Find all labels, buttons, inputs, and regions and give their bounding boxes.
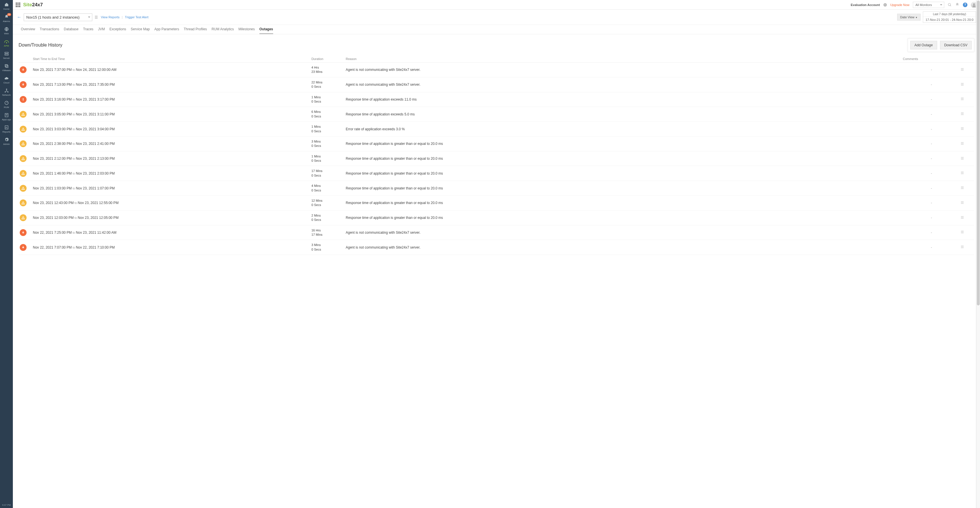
view-reports-link[interactable]: View Reports [101, 16, 119, 19]
status-trouble-icon [20, 111, 27, 118]
svg-rect-20 [961, 83, 963, 83]
sidebar-item-rum[interactable]: RUM [0, 98, 13, 111]
duration: 22 Mins0 Secs [312, 80, 346, 89]
date-view-button[interactable]: Date View ▼ [897, 14, 921, 21]
svg-rect-36 [961, 128, 963, 129]
row-menu-icon[interactable] [960, 156, 964, 161]
tab-database[interactable]: Database [64, 27, 78, 34]
duration: 6 Mins0 Secs [312, 110, 346, 119]
col-duration: Duration [312, 57, 346, 61]
row-menu-icon[interactable] [960, 142, 964, 146]
tab-jvm[interactable]: JVM [98, 27, 105, 34]
download-csv-button[interactable]: Download CSV [940, 41, 972, 49]
duration: 17 Mins0 Secs [312, 169, 346, 178]
tab-traces[interactable]: Traces [83, 27, 94, 34]
add-outage-button[interactable]: Add Outage [910, 41, 937, 49]
page-title: Down/Trouble History [19, 43, 62, 48]
svg-point-34 [23, 130, 23, 130]
back-arrow-icon[interactable]: ← [17, 14, 21, 20]
notification-bell-icon[interactable] [955, 3, 959, 7]
row-menu-icon[interactable] [960, 186, 964, 191]
time-range: Nov 23, 2021 2:12:00 PMtoNov 23, 2021 2:… [33, 156, 312, 161]
svg-line-15 [950, 5, 951, 6]
sidebar-item-apm[interactable]: APM [0, 37, 13, 49]
row-menu-icon[interactable] [960, 230, 964, 235]
svg-point-39 [23, 145, 23, 145]
comments: - [903, 142, 960, 146]
sidebar-item-reports[interactable]: Reports [0, 123, 13, 135]
row-menu-icon[interactable] [960, 171, 964, 176]
tabs: OverviewTransactionsDatabaseTracesJVMExc… [13, 25, 980, 34]
sidebar-item-vmware[interactable]: VMware [0, 61, 13, 74]
host-select[interactable]: Nov15 (1 hosts and 2 instances) [24, 13, 92, 21]
status-trouble-icon [20, 155, 27, 162]
svg-rect-55 [961, 186, 963, 187]
row-menu-icon[interactable] [960, 127, 964, 131]
tab-thread-profiles[interactable]: Thread Profiles [184, 27, 207, 34]
time-range: Nov 22, 2021 7:25:00 PMtoNov 23, 2021 11… [33, 231, 312, 234]
layers-icon [4, 64, 9, 68]
sidebar-item-web[interactable]: Web [0, 25, 13, 37]
sidebar-item-server[interactable]: Server [0, 49, 13, 61]
date-range-selector[interactable]: Last 7 days (till yesterday) 17-Nov-21 2… [923, 11, 976, 23]
apps-grid-icon[interactable] [16, 3, 20, 7]
col-time: Start Time to End Time [33, 57, 312, 61]
reason: Agent is not communicating with Site24x7… [346, 245, 903, 249]
trigger-test-alert-link[interactable]: Trigger Test Alert [125, 16, 149, 19]
svg-point-7 [8, 91, 8, 92]
scrollbar[interactable] [976, 0, 980, 508]
reason: Response time of application is greater … [346, 172, 903, 175]
svg-rect-42 [961, 144, 963, 145]
sidebar-item-alarms[interactable]: Alarms50 [0, 12, 13, 25]
row-menu-icon[interactable] [960, 245, 964, 250]
svg-rect-35 [961, 127, 963, 128]
table-row: Nov 22, 2021 7:07:00 PMtoNov 22, 2021 7:… [19, 240, 974, 255]
reason: Response time of application is greater … [346, 142, 903, 146]
status-critical-icon [20, 96, 27, 103]
time-range: Nov 23, 2021 1:46:00 PMtoNov 23, 2021 2:… [33, 172, 312, 175]
globe-icon [4, 27, 9, 32]
tab-milestones[interactable]: Milestones [238, 27, 255, 34]
svg-rect-70 [961, 233, 963, 233]
svg-rect-56 [961, 188, 963, 188]
help-icon[interactable]: ? [963, 3, 967, 7]
row-menu-icon[interactable] [960, 215, 964, 220]
sidebar-item-home[interactable]: Home [0, 0, 13, 12]
tab-transactions[interactable]: Transactions [40, 27, 59, 34]
row-menu-icon[interactable] [960, 112, 964, 116]
row-menu-icon[interactable] [960, 201, 964, 205]
comments: - [903, 245, 960, 249]
sidebar-item-cloud[interactable]: Cloud [0, 74, 13, 86]
svg-rect-73 [961, 248, 963, 248]
monitor-filter-select[interactable]: All Monitors [913, 2, 944, 8]
tab-overview[interactable]: Overview [21, 27, 35, 34]
gear-icon [4, 137, 9, 142]
table-row: Nov 23, 2021 3:16:00 PMtoNov 23, 2021 3:… [19, 92, 974, 107]
reason: Response time of application is greater … [346, 156, 903, 161]
svg-rect-45 [961, 157, 963, 157]
tab-app-parameters[interactable]: App Parameters [154, 27, 179, 34]
row-menu-icon[interactable] [960, 82, 964, 87]
tab-service-map[interactable]: Service Map [131, 27, 150, 34]
reason: Response time of application is greater … [346, 186, 903, 190]
tab-exceptions[interactable]: Exceptions [110, 27, 126, 34]
svg-rect-60 [961, 201, 963, 202]
comments: - [903, 172, 960, 175]
table-row: Nov 22, 2021 7:25:00 PMtoNov 23, 2021 11… [19, 225, 974, 240]
upgrade-link[interactable]: Upgrade Now [890, 3, 909, 6]
tab-rum-analytics[interactable]: RUM Analytics [212, 27, 234, 34]
duration: 16 Hrs17 Mins [312, 228, 346, 237]
sidebar-item-applogs[interactable]: AppLogs [0, 111, 13, 123]
comments: - [903, 156, 960, 161]
search-icon[interactable] [948, 3, 952, 7]
sidebar-item-admin[interactable]: Admin [0, 135, 13, 147]
info-icon[interactable]: i [883, 3, 887, 6]
comments: - [903, 216, 960, 220]
svg-point-44 [23, 159, 23, 159]
sidebar-item-network[interactable]: Network [0, 86, 13, 98]
row-menu-icon[interactable] [960, 67, 964, 72]
tab-outages[interactable]: Outages [259, 27, 273, 34]
logs-icon [4, 113, 9, 118]
duration: 2 Mins0 Secs [312, 213, 346, 222]
row-menu-icon[interactable] [960, 97, 964, 102]
